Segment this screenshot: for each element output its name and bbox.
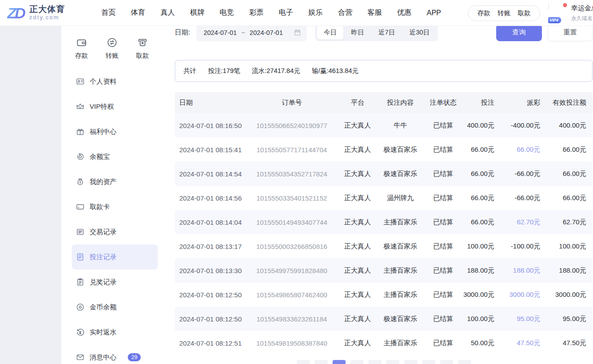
page-button[interactable]: 4 (368, 360, 381, 364)
sidebar-item-transactions[interactable]: 交易记录 (72, 219, 158, 244)
search-button[interactable]: 查询 (496, 26, 542, 41)
cell-platform: 正大真人 (338, 242, 377, 251)
wallet-icon (76, 37, 87, 48)
sidebar-item-rebate[interactable]: 实时返水 (72, 320, 158, 345)
avatar[interactable] (548, 3, 549, 11)
wallet-actions: 存款转账取款 (468, 5, 540, 21)
cell-platform: 正大真人 (338, 266, 377, 275)
nav-item[interactable]: 合营 (338, 8, 352, 17)
column-header-status: 注单状态 (424, 98, 463, 107)
nav-item[interactable]: 真人 (160, 8, 175, 17)
sidebar: 存款 转账 取款 个人资料 VIP特权 福利中心 (61, 26, 164, 364)
cell-valid: 66.00元 (546, 194, 593, 202)
column-header-payout: 派彩 (501, 98, 547, 107)
page-button[interactable]: 3 (351, 360, 364, 364)
sidebar-menu: 个人资料 VIP特权 福利中心 余额宝 我的资产 取款卡 (72, 69, 158, 364)
cell-date: 2024-07-01 08:13:17 (175, 243, 246, 250)
nav-item[interactable]: 客服 (368, 8, 382, 17)
page-button[interactable]: 2 (333, 360, 346, 364)
page-button[interactable]: 6 (404, 360, 417, 364)
quick-action-transfer[interactable]: 转账 (98, 37, 126, 60)
sidebar-item-assets[interactable]: 我的资产 (72, 169, 158, 194)
message-count-badge: 29 (128, 353, 141, 361)
column-header-bet: 投注 (463, 98, 501, 107)
user-info[interactable]: VIP4 幸运金总 永久域名: (548, 0, 593, 26)
sidebar-item-vip[interactable]: VIP特权 (72, 94, 158, 119)
sidebar-item-welfare[interactable]: 福利中心 (72, 119, 158, 144)
nav-item[interactable]: 彩票 (249, 8, 264, 17)
date-label: 日期: (175, 28, 190, 37)
cell-valid: 47.50元 (546, 339, 593, 347)
cell-payout: -400.00元 (501, 121, 547, 130)
sidebar-item-yuebao[interactable]: 余额宝 (72, 144, 158, 169)
cell-platform: 正大真人 (338, 121, 377, 130)
quick-range-option[interactable]: 昨日 (344, 26, 371, 39)
cell-order: 1015549819508387840 (246, 339, 338, 347)
table-row: 2024-07-01 08:15:41 1015550577171144704 … (175, 137, 593, 162)
cell-valid: 95.00元 (546, 315, 593, 323)
cell-bet: 100.00元 (463, 242, 501, 251)
nav-item[interactable]: 首页 (101, 8, 116, 17)
quick-action-withdraw[interactable]: 取款 (128, 37, 157, 60)
clipboard-icon (76, 278, 85, 287)
cell-content: 温州牌九 (377, 194, 424, 202)
sidebar-item-gold-balance[interactable]: 金币余额 (72, 295, 158, 320)
summary-item: 共计 (183, 67, 196, 75)
bet-records-table: 日期 订单号 平台 投注内容 注单状态 投注 派彩 有效投注额 2024-07-… (175, 92, 593, 355)
brand-logo[interactable]: ZD 正大体育 zdty.com (7, 5, 74, 21)
money-bag-icon (76, 177, 85, 186)
page-button[interactable]: ... (422, 360, 435, 364)
cell-content: 极速百家乐 (377, 170, 424, 178)
sidebar-item-label: 消息中心 (90, 353, 117, 362)
table-row: 2024-07-01 08:14:04 1015550149493407744 … (175, 210, 593, 234)
nav-item[interactable]: 电竞 (220, 8, 234, 17)
sidebar-item-bet-records[interactable]: 投注记录 (72, 244, 158, 270)
quick-range-group: 今日昨日近7日近30日 (315, 26, 438, 41)
page-button[interactable]: 5 (386, 360, 399, 364)
sidebar-item-withdraw-card[interactable]: 取款卡 (72, 194, 158, 219)
date-range-input[interactable]: 2024-07-01 ~ 2024-07-01 (196, 26, 307, 41)
quick-action-deposit[interactable]: 存款 (67, 37, 96, 60)
sidebar-item-prize-records[interactable]: 兑奖记录 (72, 270, 158, 295)
quick-range-option[interactable]: 今日 (317, 26, 343, 39)
vip-badge: VIP4 (548, 17, 562, 24)
cell-order: 1015549833623261184 (246, 315, 338, 323)
wallet-action[interactable]: 转账 (498, 9, 511, 17)
page-button[interactable]: › (458, 360, 471, 364)
brand-domain: zdty.com (29, 14, 65, 21)
sidebar-item-profile[interactable]: 个人资料 (72, 69, 158, 94)
bet-records-icon (76, 253, 85, 261)
sidebar-item-label: 我的资产 (90, 178, 117, 186)
wallet-action[interactable]: 取款 (518, 9, 531, 17)
nav-item[interactable]: 娱乐 (308, 8, 323, 17)
cell-content: 主播百家乐 (377, 339, 424, 347)
nav-item[interactable]: 棋牌 (190, 8, 204, 17)
page-button[interactable]: 1 (315, 360, 328, 364)
page-button[interactable]: ‹ (297, 360, 310, 364)
reset-button[interactable]: 重置 (548, 26, 593, 41)
nav-item[interactable]: 优惠 (397, 8, 411, 17)
nav-item[interactable]: 电子 (279, 8, 293, 17)
nav-item[interactable]: APP (427, 9, 441, 17)
main-content: 日期: 2024-07-01 ~ 2024-07-01 今日昨日近7日近30日 … (164, 26, 593, 364)
cell-platform: 正大真人 (338, 218, 377, 227)
sidebar-item-label: 金币余额 (90, 303, 117, 312)
cell-content: 极速百家乐 (377, 315, 424, 323)
sidebar-item-messages[interactable]: 消息中心 29 (72, 345, 158, 364)
quick-range-option[interactable]: 近30日 (403, 26, 436, 39)
sidebar-item-label: 兑奖记录 (90, 278, 117, 287)
table-row: 2024-07-01 08:16:50 1015550665240190977 … (175, 113, 593, 137)
wallet-action[interactable]: 存款 (477, 9, 490, 17)
quick-action-label: 存款 (75, 51, 88, 60)
summary-bar: 共计投注:179笔流水:27417.84元输/赢:4613.84元 (175, 60, 593, 82)
transfer-icon (106, 37, 118, 48)
cell-status: 已结算 (424, 194, 463, 202)
page-button[interactable]: 17 (440, 360, 453, 364)
cell-content: 主播百家乐 (377, 218, 424, 227)
date-to: 2024-07-01 (250, 29, 283, 36)
column-header-order: 订单号 (246, 98, 338, 107)
nav-item[interactable]: 体育 (131, 8, 145, 17)
quick-range-option[interactable]: 近7日 (372, 26, 402, 39)
cell-payout: 62.70元 (501, 218, 547, 227)
sidebar-item-label: 余额宝 (90, 153, 110, 161)
